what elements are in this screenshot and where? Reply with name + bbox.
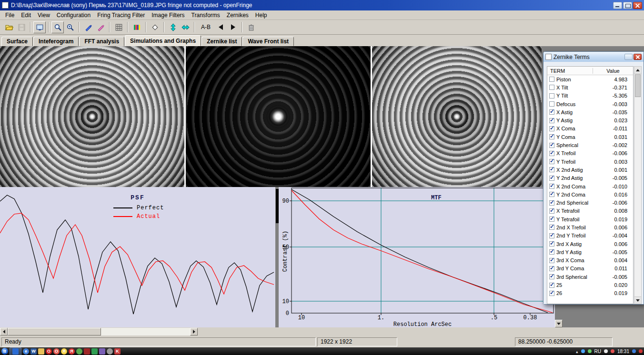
zernike-minimize-button[interactable] (624, 54, 633, 60)
tray-icon[interactable] (632, 349, 636, 353)
draw-tool-button[interactable] (82, 21, 94, 33)
zernike-term-checkbox[interactable] (549, 143, 554, 148)
zernike-term-checkbox[interactable] (549, 233, 554, 238)
tray-icon[interactable] (639, 349, 643, 353)
zernike-term-checkbox[interactable] (549, 200, 554, 206)
tray-icon[interactable] (588, 349, 592, 353)
previous-button[interactable] (214, 21, 227, 33)
tray-expand-icon[interactable] (576, 349, 578, 354)
maximize-button[interactable] (623, 2, 632, 9)
scroll-right-button[interactable] (190, 328, 198, 335)
zernike-term-checkbox[interactable] (549, 241, 554, 247)
tab[interactable]: Inteferogram (33, 37, 79, 46)
zoom-out-button[interactable] (51, 21, 64, 33)
zernike-scrollbar[interactable] (634, 66, 642, 304)
tab[interactable]: Zernike list (201, 37, 242, 46)
zernike-scroll-up-button[interactable] (634, 67, 641, 74)
zernike-term-label: 2nd X Trefoil (556, 225, 602, 230)
zernike-term-checkbox[interactable] (549, 126, 554, 131)
taskbar-app-icon[interactable]: Я (61, 348, 67, 355)
zernike-term-checkbox[interactable] (549, 249, 554, 255)
zernike-term-checkbox[interactable] (549, 167, 554, 172)
menu-item[interactable]: File (2, 11, 18, 20)
tab[interactable]: Surface (1, 37, 33, 46)
zernike-term-checkbox[interactable] (549, 225, 554, 230)
taskbar-app-icon[interactable] (107, 348, 113, 355)
scroll-down-button[interactable] (555, 320, 563, 327)
taskbar-app-icon[interactable] (91, 348, 98, 355)
tab[interactable]: Simulations and Graphs (125, 35, 201, 46)
menu-item[interactable]: Help (252, 11, 271, 20)
menu-item[interactable]: Edit (18, 11, 34, 20)
active-task-button[interactable] (10, 347, 21, 355)
taskbar-app-icon[interactable] (99, 348, 105, 355)
zernike-term-checkbox[interactable] (549, 217, 554, 222)
zernike-term-checkbox[interactable] (549, 93, 554, 99)
menu-item[interactable]: Fring Tracing Filter (94, 11, 148, 20)
tray-icon[interactable] (604, 349, 608, 353)
delete-button[interactable] (245, 21, 257, 33)
taskbar-app-icon[interactable] (76, 348, 82, 355)
tray-icon[interactable] (611, 349, 614, 353)
menu-item[interactable]: View (34, 11, 53, 20)
taskbar-app-icon[interactable]: K (114, 348, 121, 355)
color-palette-button[interactable] (131, 21, 143, 33)
menu-item[interactable]: Image Filters (148, 11, 188, 20)
rotate-button[interactable] (149, 21, 161, 33)
zernike-term-checkbox[interactable] (549, 118, 554, 123)
open-file-button[interactable] (3, 21, 15, 33)
flip-vertical-button[interactable] (167, 21, 179, 33)
taskbar-app-icon[interactable] (38, 348, 44, 355)
start-button[interactable] (1, 348, 8, 355)
menu-item[interactable]: Zernikes (223, 11, 252, 20)
zernike-term-checkbox[interactable] (549, 208, 554, 214)
minimize-button[interactable] (613, 2, 622, 9)
zernike-term-checkbox[interactable] (549, 274, 554, 279)
zernike-close-button[interactable] (634, 54, 642, 60)
taskbar-app-icon[interactable] (84, 348, 90, 355)
save-button[interactable] (15, 21, 28, 33)
ab-compare-button[interactable]: A-B (197, 21, 214, 33)
taskbar-app-icon[interactable]: O (46, 348, 52, 355)
grid-overlay-button[interactable] (112, 21, 125, 33)
scrollbar-thumb[interactable] (8, 328, 101, 335)
zernike-term-checkbox[interactable] (549, 109, 554, 115)
menu-item[interactable]: Configuration (53, 11, 94, 20)
menu-item[interactable]: Transforms (188, 11, 223, 20)
column-header-value[interactable]: Value (593, 68, 633, 74)
zernike-term-checkbox[interactable] (549, 101, 554, 107)
scroll-left-button[interactable] (0, 328, 8, 335)
zoom-in-button[interactable] (64, 21, 76, 33)
zernike-term-checkbox[interactable] (549, 134, 554, 139)
zernike-scrollbar-thumb[interactable] (635, 74, 641, 97)
zernike-scroll-down-button[interactable] (634, 296, 641, 304)
zernike-term-checkbox[interactable] (549, 151, 554, 156)
tab[interactable]: Wave Front list (242, 37, 294, 46)
zernike-term-checkbox[interactable] (549, 192, 554, 197)
zernike-term-checkbox[interactable] (549, 291, 554, 296)
zernike-term-checkbox[interactable] (549, 176, 554, 181)
zernike-window-titlebar[interactable]: Zernike Terms (543, 52, 644, 62)
tab[interactable]: FFT analysis (79, 37, 124, 46)
taskbar-app-icon[interactable]: W (30, 348, 37, 355)
close-button[interactable] (633, 2, 642, 9)
zernike-term-checkbox[interactable] (549, 85, 554, 90)
horizontal-scrollbar[interactable] (0, 328, 198, 335)
window-view-button[interactable] (33, 21, 46, 33)
taskbar-app-icon[interactable]: e (23, 348, 29, 355)
flip-horizontal-button[interactable] (179, 21, 191, 33)
erase-tool-button[interactable] (94, 21, 107, 33)
zernike-term-checkbox[interactable] (549, 283, 554, 288)
language-indicator[interactable]: RU (594, 349, 601, 354)
zernike-term-checkbox[interactable] (549, 184, 554, 189)
zernike-term-checkbox[interactable] (549, 77, 554, 82)
next-button[interactable] (227, 21, 239, 33)
column-header-term[interactable]: TERM (547, 68, 593, 74)
taskbar-app-icon[interactable]: O (53, 348, 60, 355)
taskbar-app-icon[interactable]: Я (69, 348, 75, 355)
clock[interactable]: 18:31 (617, 349, 629, 354)
zernike-term-checkbox[interactable] (549, 258, 554, 263)
tray-icon[interactable] (581, 349, 585, 353)
zernike-term-checkbox[interactable] (549, 266, 554, 271)
zernike-term-checkbox[interactable] (549, 159, 554, 164)
